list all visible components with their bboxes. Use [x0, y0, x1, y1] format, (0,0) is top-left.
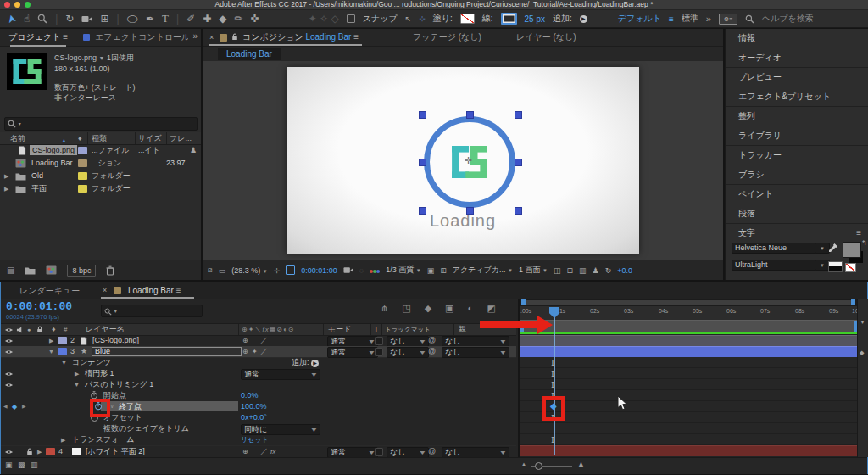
tab-composition[interactable]: コンポジション Loading Bar ≡ [242, 29, 359, 46]
magnification-monitor-icon[interactable]: ▭ [219, 266, 226, 275]
panel-menu-icon[interactable]: ≡ [176, 286, 181, 295]
layer-bar-blue[interactable] [520, 346, 859, 357]
composition-mini-flowchart-icon[interactable]: ⋔ [381, 303, 388, 314]
project-row-loading-bar[interactable]: Loading Bar ...ション 23.97 [0, 157, 201, 170]
layer-row-cs-logo[interactable]: ▶ 2 [CS-logo.png] ⊕ ／ 通常▼ なし▼ @ なし▼ [1, 335, 516, 347]
anchor-point-icon[interactable]: ✛ [465, 155, 472, 166]
font-family-dropdown[interactable]: Helvetica Neue [732, 243, 816, 254]
tab-effect-controls[interactable]: エフェクトコントロール B [95, 31, 188, 43]
footage-name[interactable]: CS-logo.png [54, 53, 97, 62]
current-time-display[interactable]: 0:00:01:00 00024 (23.976 fps) [6, 300, 72, 321]
twirl-icon[interactable]: ▶ [4, 182, 8, 195]
column-layer-name[interactable]: レイヤー名 [86, 324, 125, 335]
selection-handle[interactable] [466, 207, 474, 215]
folder-name[interactable]: 平面 [31, 182, 47, 195]
frame-blending-icon[interactable]: ▣ [445, 303, 453, 314]
scrollbar-left-cap[interactable] [521, 299, 526, 305]
effects-switch[interactable]: ／ [260, 335, 268, 346]
roto-brush-tool[interactable]: ✏ [235, 13, 243, 25]
parent-pickwhip-icon[interactable]: @ [428, 446, 436, 457]
property-value[interactable]: 0.0% [241, 390, 259, 401]
workspace-menu-icon[interactable]: ≡ [669, 14, 674, 24]
zoom-tool[interactable] [37, 14, 47, 24]
project-tabs-overflow-icon[interactable]: » [192, 31, 198, 41]
target-region-icon[interactable]: ▣ [427, 266, 435, 275]
label-swatch[interactable] [58, 337, 67, 344]
next-keyframe-icon[interactable]: ▶ [22, 401, 26, 412]
property-row-trim-multiple[interactable]: 複数のシェイプをトリム 同時に▼ [1, 423, 516, 434]
transparency-grid-icon[interactable] [286, 265, 295, 275]
twirl-icon[interactable]: ▼ [74, 379, 80, 390]
stroke-swatch[interactable] [501, 13, 517, 25]
traffic-minimize-button[interactable] [14, 2, 20, 8]
tab-footage[interactable]: フッテージ (なし) [413, 29, 481, 46]
label-swatch[interactable] [78, 159, 87, 167]
add-property-icon[interactable]: ▶ [311, 360, 319, 367]
quality-switch[interactable]: ⊕ [242, 346, 248, 357]
workspace-settings-button[interactable]: ⚙≡ [719, 14, 737, 25]
rotate-tool[interactable]: ↻ [65, 13, 74, 25]
layer-bar-white-solid[interactable] [520, 445, 859, 456]
layer-name-editbox[interactable]: Blue [92, 347, 242, 356]
timeline-button-icon[interactable]: ▥ [579, 266, 587, 275]
selection-handle[interactable] [515, 207, 522, 215]
eye-icon[interactable] [4, 371, 14, 377]
show-snapshot-icon[interactable]: ◌ [359, 266, 364, 275]
pan-behind-tool[interactable]: ⊞ [100, 13, 108, 25]
comp-name[interactable]: Loading Bar [31, 157, 73, 170]
fill-swatch[interactable] [460, 14, 475, 24]
traffic-close-button[interactable] [4, 2, 10, 8]
twirl-icon[interactable]: ▶ [4, 170, 8, 182]
project-bit-depth-button[interactable]: 8 bpc [67, 265, 96, 277]
sidebar-panel-tracker[interactable]: トラッカー [726, 146, 868, 165]
playhead-line[interactable] [554, 309, 555, 455]
column-name[interactable]: 名前 [10, 132, 25, 144]
zoom-out-icon[interactable]: ▲ [521, 461, 526, 467]
property-row-start[interactable]: 開始点 0.0% [1, 390, 516, 401]
fast-previews-icon[interactable]: ⊡ [566, 266, 573, 275]
shy-layers-icon[interactable]: ◆ [425, 303, 431, 314]
workspace-overflow-icon[interactable]: » [706, 14, 711, 24]
group-name[interactable]: トランスフォーム [72, 434, 134, 445]
timeline-h-scrollbar[interactable] [520, 299, 859, 306]
label-swatch[interactable] [78, 172, 87, 180]
twirl-icon[interactable]: ▼ [48, 346, 54, 357]
view-layout-dropdown[interactable]: 1 画面 ▼ [519, 265, 548, 276]
sidebar-panel-brushes[interactable]: ブラシ [726, 165, 868, 185]
tab-layer[interactable]: レイヤー (なし) [516, 29, 576, 46]
preserve-transparency-checkbox[interactable] [375, 448, 383, 456]
camera-view-dropdown[interactable]: アクティブカ... ▼ [453, 265, 513, 276]
project-row-old-folder[interactable]: ▶ Old フォルダー [0, 170, 201, 182]
comp-subtab[interactable]: Loading Bar [218, 48, 281, 60]
font-style-dropdown[interactable]: UltraLight [732, 260, 816, 271]
stopwatch-icon-active[interactable] [94, 402, 103, 411]
snap-checkbox[interactable] [347, 14, 355, 23]
selection-handle[interactable] [466, 111, 474, 119]
stroke-width-value[interactable]: 25 px [525, 14, 545, 24]
eye-icon[interactable] [4, 349, 14, 355]
label-swatch[interactable] [46, 448, 55, 455]
hand-tool[interactable]: ☝ [24, 13, 30, 25]
group-row-contents[interactable]: ▼ コンテンツ 追加: ▶ [1, 357, 516, 368]
fill-color-swatch[interactable] [843, 242, 861, 258]
preserve-transparency-checkbox[interactable] [375, 337, 383, 345]
effects-switch[interactable]: ／ [260, 446, 268, 457]
group-name[interactable]: コンテンツ [72, 357, 111, 368]
keyframe-indicator-icon[interactable]: ◆ [12, 401, 17, 412]
eye-icon[interactable] [4, 449, 14, 455]
close-tab-icon[interactable]: × [209, 29, 214, 46]
lock-icon[interactable] [26, 448, 33, 455]
workspace-standard-tab[interactable]: 標準 [682, 13, 698, 25]
workspace-default-tab[interactable]: デフォルト [618, 13, 661, 25]
expand-transfer-controls-icon[interactable]: ▩ [18, 461, 25, 469]
folder-name[interactable]: Old [31, 170, 43, 182]
type-tool[interactable]: T [162, 12, 169, 25]
comp-marker-bin-icon[interactable]: ▼ [860, 319, 865, 325]
label-swatch[interactable] [78, 147, 87, 154]
layer-bar-cs-logo[interactable] [520, 335, 859, 346]
column-label-icon[interactable]: ♦ [78, 132, 82, 144]
no-color-swatch[interactable] [845, 263, 856, 272]
group-row-trim-paths[interactable]: ▼ パスのトリミング 1 [1, 379, 516, 390]
property-row-offset[interactable]: オフセット 0x+0.0° [1, 412, 516, 423]
puppet-pin-tool[interactable]: ✜ [251, 13, 259, 25]
